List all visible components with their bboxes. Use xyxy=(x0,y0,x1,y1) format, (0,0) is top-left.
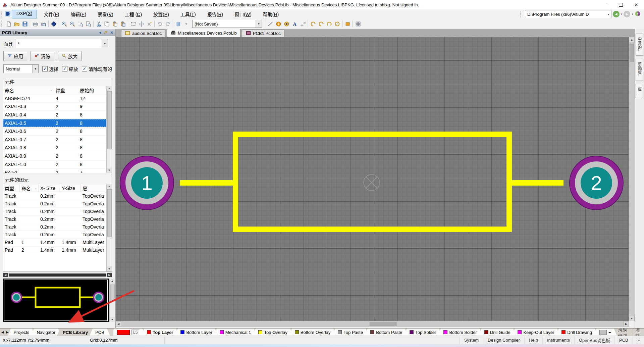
print-icon[interactable] xyxy=(31,20,39,28)
mask-dropdown-icon[interactable]: ▾ xyxy=(102,39,108,48)
menu-item-0[interactable]: DXP(X) xyxy=(12,10,37,18)
dock-tab-2[interactable]: 库... xyxy=(636,84,643,98)
menu-item-6[interactable]: 工具(T) xyxy=(176,10,201,18)
table-row[interactable]: AXIAL-0.928 xyxy=(3,152,112,160)
table-row[interactable]: Track0.2mmTopOverla xyxy=(3,200,112,208)
snap-grid-icon[interactable] xyxy=(174,20,182,28)
place-fill-icon[interactable] xyxy=(343,20,352,28)
dock-tab-1[interactable]: 剪贴板... xyxy=(636,59,643,81)
mode-dropdown-icon[interactable]: ▾ xyxy=(32,65,38,73)
layer-tab-bottom-solder[interactable]: Bottom Solder xyxy=(438,329,482,336)
panel-dropdown-icon[interactable]: ▾ xyxy=(99,31,101,35)
paste-icon[interactable] xyxy=(111,20,119,28)
forward-dropdown-icon[interactable]: ▾ xyxy=(632,12,633,16)
layer-tab-top-solder[interactable]: Top Solder xyxy=(404,329,442,336)
home-icon[interactable] xyxy=(635,11,641,18)
layer-tab-bottom-layer[interactable]: Bottom Layer xyxy=(175,329,218,336)
toolbar-grip[interactable] xyxy=(1,20,3,27)
panel-tab-pcb-library[interactable]: PCB Library xyxy=(57,329,94,336)
doc-tab-0[interactable]: audion.SchDoc xyxy=(121,30,165,37)
save-document-icon[interactable] xyxy=(21,20,29,28)
layer-tabs-scroll-tab[interactable]: ◂▸ xyxy=(594,329,617,336)
close-button[interactable]: ✕ xyxy=(629,0,644,9)
mask-level-button[interactable]: 掩膜级别 xyxy=(615,329,632,336)
checkbox-2[interactable]: ✓清除现有的 xyxy=(82,65,112,72)
copy-icon[interactable] xyxy=(103,20,111,28)
preview-scrollbar[interactable]: ▲ ▼ xyxy=(109,279,115,322)
layer-tab-top-paste[interactable]: Top Paste xyxy=(332,329,369,336)
place-line-icon[interactable] xyxy=(266,20,274,28)
status-button-4[interactable]: OpenBus调色板 xyxy=(574,336,614,344)
dock-tab-0[interactable]: 中意的... xyxy=(636,34,643,56)
panel-close-icon[interactable]: ✕ xyxy=(110,31,113,35)
primitives-hscrollbar[interactable]: ◀▶ xyxy=(3,272,112,278)
menu-item-3[interactable]: 察看(V) xyxy=(93,10,118,18)
table-row[interactable]: AXIAL-0.628 xyxy=(3,127,112,136)
paste-special-icon[interactable] xyxy=(119,20,127,28)
combo-dropdown-icon[interactable]: ▾ xyxy=(256,20,262,28)
move-selection-icon[interactable] xyxy=(137,20,145,28)
column-header-1[interactable]: 命名▴ xyxy=(20,184,39,192)
table-row[interactable]: Pad11.4mm1.4mmMultiLayer xyxy=(3,239,112,246)
status-button-1[interactable]: Design Compiler xyxy=(483,336,524,344)
table-row[interactable]: AXIAL-1.028 xyxy=(3,160,112,169)
table-row[interactable]: AXIAL-0.728 xyxy=(3,136,112,144)
table-row[interactable]: Track0.2mmTopOverla xyxy=(3,208,112,215)
paste-array-icon[interactable] xyxy=(354,20,362,28)
current-layer-tab[interactable]: LS xyxy=(113,329,146,336)
status-button-3[interactable]: Instruments xyxy=(542,336,574,344)
layer-tab-mechanical-1[interactable]: Mechanical 1 xyxy=(214,329,257,336)
arc-any-angle-icon[interactable] xyxy=(325,20,333,28)
place-via-icon[interactable] xyxy=(282,20,290,28)
table-row[interactable]: ABSM-1574412 xyxy=(3,94,112,103)
maximize-button[interactable] xyxy=(613,0,629,9)
menu-item-7[interactable]: 报告(R) xyxy=(203,10,228,18)
table-row[interactable]: Track0.2mmTopOverla xyxy=(3,223,112,231)
place-coordinate-icon[interactable]: +10,10 xyxy=(299,20,307,28)
status-button-2[interactable]: Help xyxy=(524,336,542,344)
table-row[interactable]: AXIAL-0.528 xyxy=(3,119,112,128)
mask-input[interactable]: * ▾ xyxy=(16,39,108,48)
new-document-icon[interactable] xyxy=(5,20,13,28)
mask-clear-button[interactable]: 清除 xyxy=(632,329,644,336)
arc-edge-icon[interactable] xyxy=(309,20,317,28)
place-pad-icon[interactable] xyxy=(274,20,282,28)
footprint-preview[interactable] xyxy=(3,279,109,322)
layer-tab-keep-out-layer[interactable]: Keep-Out Layer xyxy=(512,329,560,336)
panel-tab-pcb[interactable]: PCB xyxy=(90,329,110,336)
layer-scroll-arrows-icon[interactable]: ◂▸ xyxy=(608,331,611,334)
panel-tab-navigator[interactable]: Navigator xyxy=(31,329,61,336)
menu-grip[interactable] xyxy=(1,11,3,17)
address-grip[interactable] xyxy=(520,11,522,17)
grid-dropdown-icon[interactable]: ▾ xyxy=(182,20,190,28)
zoom-out-icon[interactable] xyxy=(68,20,76,28)
address-dropdown-icon[interactable]: ▾ xyxy=(606,12,611,16)
canvas-hscrollbar[interactable]: ◀ ▶ xyxy=(116,321,629,327)
undo-icon[interactable] xyxy=(156,20,164,28)
column-header-1[interactable]: 焊盘 xyxy=(54,86,78,94)
menu-item-1[interactable]: 文件(F) xyxy=(39,10,64,18)
back-button[interactable]: ◄ xyxy=(613,11,620,17)
layer-tab-top-layer[interactable]: Top Layer xyxy=(141,329,179,336)
checkbox-1[interactable]: ✓缩放 xyxy=(62,65,78,72)
cut-icon[interactable] xyxy=(95,20,103,28)
table-row[interactable]: AXIAL-0.428 xyxy=(3,111,112,119)
pcb-canvas[interactable]: 1 2 xyxy=(116,37,629,321)
open-document-icon[interactable] xyxy=(13,20,21,28)
panel-tabs-left-arrow[interactable]: ◀ xyxy=(1,330,4,334)
checkbox-0[interactable]: ✓选择 xyxy=(42,65,58,72)
layer-tab-bottom-paste[interactable]: Bottom Paste xyxy=(365,329,408,336)
menu-item-9[interactable]: 帮助(H) xyxy=(258,10,283,18)
pad-2[interactable]: 2 xyxy=(570,156,623,210)
minimize-button[interactable] xyxy=(598,0,613,9)
apply-button[interactable]: 应用 xyxy=(3,51,27,61)
status-button-0[interactable]: System xyxy=(460,336,483,344)
clear-selection-icon[interactable] xyxy=(145,20,153,28)
panel-tabs-right-arrow[interactable]: ▶ xyxy=(6,330,9,334)
address-combo[interactable]: D:\Program Files (x86)\Altium D ▾ xyxy=(525,10,611,18)
doc-tab-1[interactable]: Miscellaneous Devices.PcbLib xyxy=(167,29,240,37)
back-dropdown-icon[interactable]: ▾ xyxy=(621,12,623,16)
column-header-2[interactable]: X- Size xyxy=(39,184,60,192)
print-preview-icon[interactable] xyxy=(39,20,47,28)
arc-center-icon[interactable] xyxy=(317,20,325,28)
